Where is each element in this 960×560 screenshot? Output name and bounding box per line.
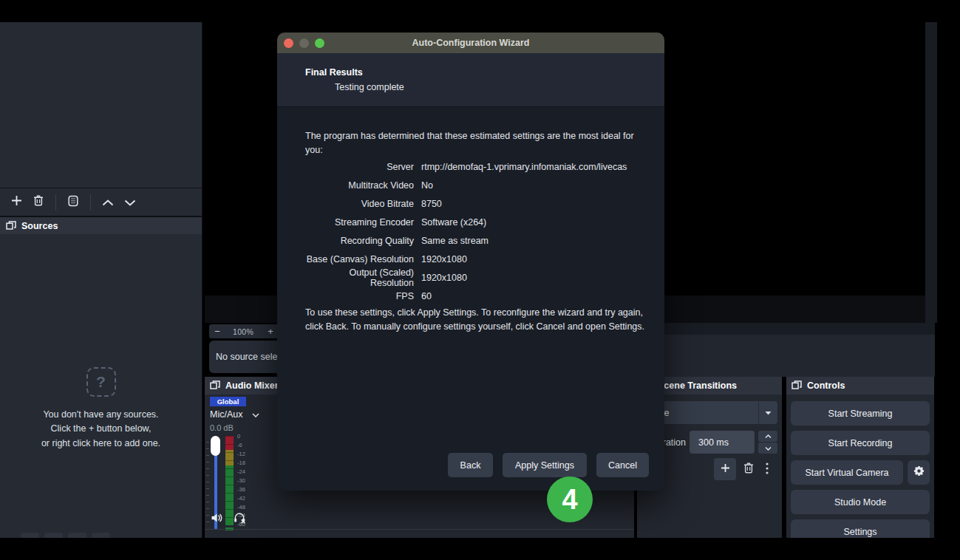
chevron-down-icon [124,196,136,209]
setting-label: Output (Scaled) Resolution [305,267,414,288]
zoom-level-label: 100% [233,327,253,336]
back-button[interactable]: Back [448,453,493,477]
controls-header[interactable]: Controls [786,377,934,395]
scenes-list[interactable] [0,22,202,188]
meter-scale-tick: -30 [237,478,245,484]
remove-scene-button[interactable] [27,193,50,212]
plus-icon [11,195,22,209]
close-button[interactable] [284,38,293,48]
settings-row: Video Bitrate 8750 [277,194,664,213]
remove-transition-button[interactable] [741,463,757,476]
start-streaming-button[interactable]: Start Streaming [791,401,930,426]
dialog-step-header: Final Results Testing complete [277,53,664,107]
scene-filters-button[interactable] [62,193,84,212]
clipped-button-top [21,533,39,538]
dialog-button-row: Back Apply Settings Cancel [277,453,649,477]
step-subtitle: Testing complete [335,82,404,92]
sources-empty-area[interactable]: ? You don't have any sources. Click the … [0,234,202,538]
dock-panel-icon [6,219,16,233]
settings-row: Output (Scaled) Resolution 1920x1080 [277,268,664,287]
spinner-up-button[interactable] [758,431,777,442]
speaker-icon[interactable] [211,513,224,526]
clipped-button-top [68,533,86,538]
settings-row: Recording Quality Same as stream [277,231,664,250]
settings-row: FPS 60 [277,287,664,305]
start-recording-button[interactable]: Start Recording [791,431,930,455]
dialog-titlebar[interactable]: Auto-Configuration Wizard [277,33,664,53]
zoom-in-button[interactable]: + [265,326,276,337]
scenes-toolbar [0,188,202,216]
apply-settings-button[interactable]: Apply Settings [503,453,587,477]
auto-config-wizard-dialog: Auto-Configuration Wizard Final Results … [277,33,664,491]
question-mark-icon: ? [86,367,116,397]
setting-value: rtmp://demofaq-1.vprimary.infomaniak.com… [421,162,664,172]
settings-row: Streaming Encoder Software (x264) [277,213,664,231]
mixer-global-tab[interactable]: Global [210,397,246,406]
transition-options-button[interactable] [763,463,771,476]
fullscreen-button[interactable] [315,38,324,48]
audio-mixer-title: Audio Mixer [225,380,279,391]
setting-label: Base (Canvas) Resolution [305,254,414,264]
chevron-up-icon [102,196,114,209]
meter-scale-tick: -6 [237,443,245,448]
sources-panel-title: Sources [21,221,58,231]
setting-label: Recording Quality [305,236,414,246]
sources-panel-header[interactable]: Sources [0,217,202,234]
results-outro-text: To use these settings, click Apply Setti… [305,306,648,334]
dock-panel-icon [792,379,802,392]
toolbar-divider [90,194,91,211]
cancel-button[interactable]: Cancel [596,453,649,477]
results-settings-list: Server rtmp://demofaq-1.vprimary.infoman… [277,157,664,305]
meter-scale-tick: -48 [237,505,245,511]
traffic-lights [284,38,324,48]
dialog-body: The program has determined that these es… [277,107,664,490]
plus-icon [721,462,730,476]
setting-value: No [421,180,664,191]
settings-row: Server rtmp://demofaq-1.vprimary.infoman… [277,157,664,176]
setting-value: 60 [421,291,664,301]
settings-row: Multitrack Video No [277,176,664,194]
add-transition-button[interactable] [714,458,736,480]
sources-empty-line: Click the + button below, [0,422,202,436]
headphones-muted-icon[interactable] [233,512,247,527]
zoom-out-button[interactable]: − [212,326,222,337]
right-dock-edge [925,22,937,323]
duration-value: 300 ms [698,437,729,448]
spinner-down-button[interactable] [758,443,777,454]
mixer-channel-row[interactable]: Mic/Aux [210,409,259,420]
clipped-button-top [92,533,110,538]
scene-transitions-title: Scene Transitions [658,380,737,391]
start-virtual-camera-button[interactable]: Start Virtual Camera [791,460,903,485]
meter-scale-tick: -12 [237,451,245,457]
fader-handle[interactable] [211,436,220,456]
duration-input[interactable]: 300 ms [690,431,755,454]
dock-panel-icon [210,379,220,392]
add-scene-button[interactable] [5,193,27,212]
setting-label: Streaming Encoder [305,217,414,228]
clipped-button-top [44,533,63,538]
kebab-menu-icon [766,462,769,477]
sources-empty-text: You don't have any sources. Click the + … [0,408,202,451]
setting-label: Video Bitrate [305,199,414,209]
mixer-channel-label: Mic/Aux [210,409,242,420]
move-scene-up-button[interactable] [97,193,119,212]
studio-mode-button[interactable]: Studio Mode [791,490,930,514]
chevron-down-icon [252,409,259,420]
setting-value: 8750 [421,199,664,209]
setting-value: Same as stream [421,236,664,246]
mixer-volume-db: 0.0 dB [210,423,234,432]
mixer-buttons-row [211,512,247,527]
move-scene-down-button[interactable] [119,193,141,212]
dialog-title: Auto-Configuration Wizard [412,38,530,48]
controls-title: Controls [807,380,845,391]
setting-label: Server [305,162,414,172]
settings-button[interactable]: Settings [791,519,930,538]
controls-panel: Controls Start Streaming Start Recording… [786,377,934,538]
virtual-camera-settings-button[interactable] [908,460,930,485]
fader-ticks [206,442,209,528]
mixer-separator [205,529,634,530]
minimize-button[interactable] [299,38,309,48]
results-intro-text: The program has determined that these es… [305,129,645,157]
meter-scale-tick: -36 [237,487,245,493]
dock-band [647,335,935,377]
